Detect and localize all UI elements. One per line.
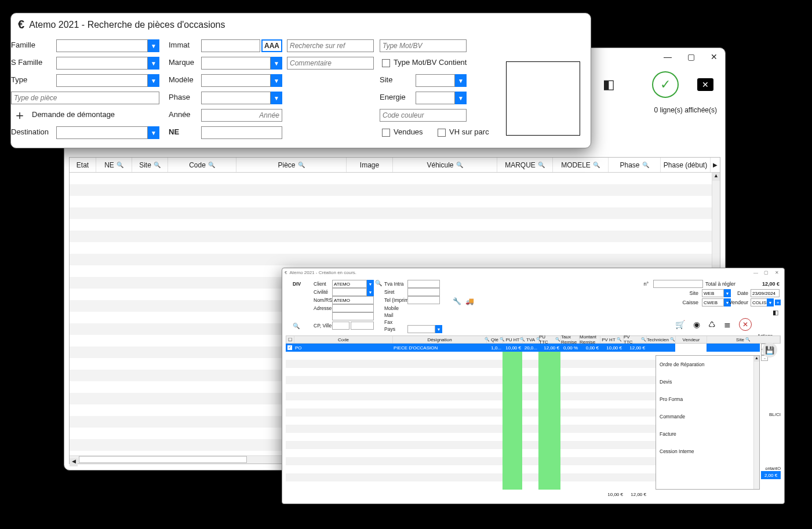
scroll-right-indicator[interactable]: ▶ <box>711 162 720 168</box>
col-modele[interactable]: MODELE <box>561 161 591 169</box>
col-vendeur[interactable]: Vendeur <box>683 337 700 342</box>
record-icon[interactable]: ◉ <box>693 320 700 329</box>
search-icon[interactable]: 🔍 <box>593 162 600 168</box>
col-puht[interactable]: PU HT <box>506 337 520 342</box>
menu-proforma[interactable]: Pro Forma <box>656 391 759 408</box>
validate-button[interactable]: ✓ <box>652 71 679 98</box>
col-site[interactable]: Site <box>139 161 151 169</box>
col-vehicule[interactable]: Véhicule <box>427 161 453 169</box>
civilite-dropdown[interactable]: ▼ <box>367 288 374 296</box>
marque-dropdown[interactable]: ▼ <box>271 57 282 70</box>
plus-icon[interactable]: ＋ <box>13 107 26 124</box>
type-select[interactable] <box>56 74 148 87</box>
vhparc-checkbox[interactable] <box>438 129 446 137</box>
immat-input[interactable] <box>201 39 260 52</box>
adresse2-input[interactable] <box>332 312 374 320</box>
search-icon[interactable]: 🔍 <box>116 162 123 168</box>
col-designation[interactable]: Désignation <box>427 337 451 342</box>
menu-commande[interactable]: Commande <box>656 408 759 425</box>
clear-button[interactable]: ✕ <box>697 78 713 91</box>
telimp-input[interactable] <box>407 296 440 304</box>
col-site[interactable]: Site <box>736 337 744 342</box>
modele-select[interactable] <box>201 74 271 87</box>
cart-icon[interactable]: 🛒 <box>675 320 685 329</box>
menu-facture[interactable]: Facture <box>656 425 759 443</box>
search-icon[interactable]: 🔍 <box>456 162 463 168</box>
num-input[interactable] <box>653 280 703 288</box>
maximize-button[interactable]: ▢ <box>761 270 771 275</box>
famille-dropdown[interactable]: ▼ <box>148 39 159 52</box>
col-ne[interactable]: NE <box>104 161 114 169</box>
col-tva[interactable]: TVA <box>526 337 535 342</box>
wrench-icon[interactable]: 🔧 <box>453 297 461 305</box>
col-etat[interactable]: Etat <box>77 161 89 169</box>
col-piece[interactable]: Pièce <box>278 161 295 169</box>
client-input[interactable] <box>332 280 367 288</box>
search-icon[interactable]: 🔍 <box>298 162 305 168</box>
save-button[interactable]: 💾 <box>762 342 777 357</box>
date-input[interactable] <box>751 289 780 297</box>
tva-input[interactable] <box>407 280 440 288</box>
close-button[interactable]: ✕ <box>771 270 782 275</box>
modele-dropdown[interactable]: ▼ <box>271 74 282 87</box>
famille-select[interactable] <box>56 39 148 52</box>
energie-select[interactable] <box>416 92 455 104</box>
site-dropdown[interactable]: ▼ <box>455 74 467 87</box>
ne-input[interactable] <box>201 126 282 139</box>
vendeur-add-button[interactable]: + <box>775 300 781 305</box>
client-dropdown[interactable]: ▼ <box>367 280 374 288</box>
vendeur-dropdown[interactable]: ▼ <box>767 298 774 307</box>
maximize-button[interactable]: ▢ <box>686 52 696 62</box>
destination-select[interactable] <box>56 126 148 139</box>
ref-search-input[interactable] <box>287 39 374 52</box>
truck-icon[interactable]: 🚚 <box>465 297 474 305</box>
eraser-icon[interactable]: ◧ <box>603 77 615 92</box>
type-piece-input[interactable] <box>11 92 159 104</box>
pays-input[interactable] <box>407 325 435 333</box>
ville-input[interactable] <box>351 322 374 330</box>
nomrs-input[interactable] <box>332 296 374 304</box>
site-input[interactable] <box>702 289 724 297</box>
col-phase[interactable]: Phase <box>620 161 639 169</box>
recycle-icon[interactable]: ♺ <box>708 320 716 329</box>
typemot-input[interactable] <box>380 39 467 52</box>
menu-cession-interne[interactable]: Cession Interne <box>656 443 759 460</box>
col-check[interactable]: ☐ <box>288 337 292 342</box>
sfamille-dropdown[interactable]: ▼ <box>148 57 159 70</box>
col-qte[interactable]: Qté <box>491 337 498 342</box>
menu-devis[interactable]: Devis <box>656 373 759 391</box>
sale-grid-row-selected[interactable]: ✓ PO PIECE D'OCCASION 1,0... 10,00 € 20,… <box>286 344 760 352</box>
minimize-button[interactable]: ― <box>662 52 673 62</box>
siret-input[interactable] <box>407 288 440 296</box>
phase-select[interactable] <box>201 92 271 104</box>
col-technicien[interactable]: Technicien <box>647 337 669 342</box>
search-icon[interactable]: 🔍 <box>154 162 161 168</box>
typemot-contient-checkbox[interactable] <box>382 59 390 67</box>
cancel-button[interactable]: ✕ <box>739 318 752 331</box>
col-code[interactable]: Code <box>189 161 206 169</box>
civilite-input[interactable] <box>332 288 367 296</box>
stack-icon[interactable]: ≣ <box>724 320 731 329</box>
annee-input[interactable] <box>201 109 282 122</box>
pays-dropdown[interactable]: ▼ <box>435 325 442 333</box>
client-search-icon[interactable]: 🔍 <box>375 280 382 286</box>
phase-dropdown[interactable]: ▼ <box>271 92 282 104</box>
site-dropdown[interactable]: ▼ <box>724 289 731 297</box>
cp-input[interactable] <box>332 322 349 330</box>
minimize-button[interactable]: ― <box>751 270 761 275</box>
search-icon[interactable]: 🔍 <box>538 162 545 168</box>
energie-dropdown[interactable]: ▼ <box>455 92 467 104</box>
eraser-icon[interactable]: ◧ <box>773 309 778 316</box>
marque-select[interactable] <box>201 57 271 70</box>
col-phase-debut[interactable]: Phase (début) <box>664 161 707 169</box>
cell-vendeur[interactable] <box>675 344 707 352</box>
site-select[interactable] <box>416 74 455 87</box>
aaa-button[interactable]: AAA <box>261 39 282 52</box>
search-icon[interactable]: 🔍 <box>293 323 300 329</box>
code-couleur-input[interactable] <box>380 109 467 122</box>
close-button[interactable]: ✕ <box>709 52 719 62</box>
destination-dropdown[interactable]: ▼ <box>148 126 159 139</box>
adresse-input[interactable] <box>332 304 374 312</box>
search-icon[interactable]: 🔍 <box>642 162 649 168</box>
sfamille-select[interactable] <box>56 57 148 70</box>
